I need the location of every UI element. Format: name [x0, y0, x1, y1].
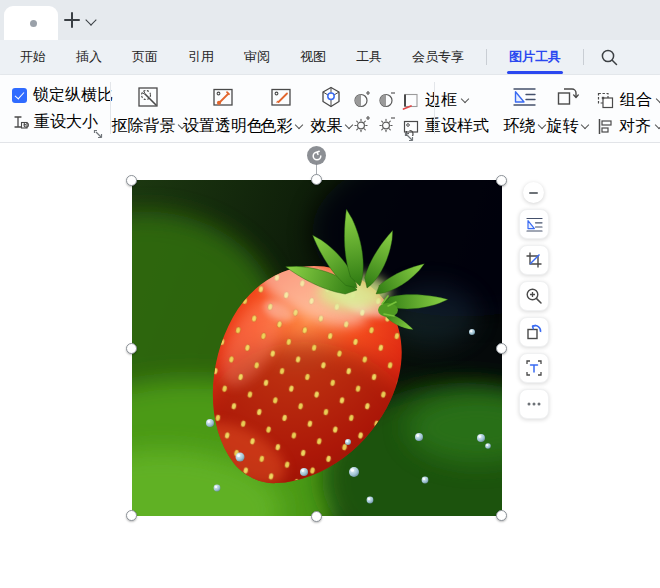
- rotate-label: 旋转: [547, 116, 579, 137]
- menu-item-review[interactable]: 审阅: [244, 48, 270, 66]
- menu-divider: [486, 49, 487, 65]
- set-transparent-color-label: 设置透明色: [183, 116, 263, 137]
- decrease-contrast-button[interactable]: [377, 88, 397, 110]
- menu-item-view[interactable]: 视图: [300, 48, 326, 66]
- group-objects-icon: [596, 91, 615, 110]
- size-dialog-launcher-icon[interactable]: [93, 129, 104, 140]
- unsaved-indicator-dot: [30, 20, 37, 27]
- align-button[interactable]: 对齐: [596, 116, 660, 137]
- transparent-color-icon: [211, 85, 235, 109]
- more-dots-icon: [525, 395, 543, 413]
- chevron-down-icon: [580, 121, 588, 129]
- menu-divider: [583, 49, 584, 65]
- tab-list-chevron-icon[interactable]: [85, 14, 96, 25]
- selection-handle-bottom-right[interactable]: [496, 510, 507, 521]
- window-tab-bar: [0, 0, 660, 40]
- document-tab[interactable]: [4, 6, 58, 40]
- selection-handle-top-center[interactable]: [311, 174, 322, 185]
- group-label: 组合: [620, 90, 652, 111]
- picture-dialog-launcher-icon[interactable]: [404, 132, 415, 143]
- effects-button[interactable]: 效果: [308, 84, 354, 140]
- floating-zoom-button[interactable]: [519, 281, 549, 311]
- color-button[interactable]: 色彩: [254, 84, 308, 140]
- floating-extract-text-button[interactable]: [519, 353, 549, 383]
- ribbon-menu-bar: 开始 插入 页面 引用 审阅 视图 工具 会员专享 图片工具: [0, 40, 660, 75]
- increase-contrast-icon: [352, 89, 372, 109]
- rotation-handle[interactable]: [307, 146, 326, 165]
- search-icon: [600, 48, 619, 67]
- color-label: 色彩: [261, 116, 293, 137]
- floating-more-button[interactable]: [519, 389, 549, 419]
- floating-crop-button[interactable]: [519, 245, 549, 275]
- border-icon: [402, 92, 420, 110]
- align-objects-icon: [596, 117, 614, 136]
- remove-background-icon: [136, 85, 160, 109]
- reset-style-button[interactable]: 重设样式: [402, 116, 489, 137]
- rotate-arrow-icon: [311, 150, 323, 162]
- color-icon: [269, 85, 293, 109]
- decrease-brightness-button[interactable]: [377, 113, 397, 135]
- rotate-icon: [555, 85, 580, 108]
- reset-size-icon: [12, 114, 29, 131]
- menu-item-tools[interactable]: 工具: [356, 48, 382, 66]
- menu-item-picture-tools-active[interactable]: 图片工具: [509, 48, 561, 66]
- document-canvas[interactable]: [0, 143, 660, 588]
- checkbox-checked-icon: [12, 88, 27, 103]
- search-button[interactable]: [600, 48, 619, 67]
- selection-handle-middle-left[interactable]: [126, 343, 137, 354]
- border-label: 边框: [425, 90, 457, 111]
- lock-aspect-ratio-checkbox[interactable]: 锁定纵横比: [12, 85, 113, 106]
- text-wrap-icon: [525, 216, 544, 233]
- menu-item-page[interactable]: 页面: [132, 48, 158, 66]
- selection-handle-top-left[interactable]: [126, 175, 137, 186]
- selection-handle-bottom-left[interactable]: [126, 510, 137, 521]
- menu-item-start[interactable]: 开始: [20, 48, 46, 66]
- toolbar-group-divider: [434, 82, 435, 134]
- chevron-down-icon: [655, 121, 660, 129]
- selection-handle-top-right[interactable]: [496, 175, 507, 186]
- menu-item-member[interactable]: 会员专享: [412, 48, 464, 66]
- wrap-label: 环绕: [504, 116, 536, 137]
- set-transparent-color-button[interactable]: 设置透明色: [188, 84, 258, 140]
- crop-icon: [525, 251, 543, 269]
- reset-size-button[interactable]: 重设大小: [12, 112, 98, 133]
- decrease-brightness-icon: [377, 114, 397, 134]
- menu-item-insert[interactable]: 插入: [76, 48, 102, 66]
- effects-label: 效果: [311, 116, 343, 137]
- decrease-contrast-icon: [377, 89, 397, 109]
- rotate-button[interactable]: 旋转: [544, 84, 590, 140]
- increase-brightness-button[interactable]: [352, 113, 372, 135]
- wrap-button[interactable]: 环绕: [498, 84, 550, 140]
- align-label: 对齐: [619, 116, 651, 137]
- chevron-down-icon: [461, 95, 469, 103]
- floating-rotate-button[interactable]: [519, 317, 549, 347]
- zoom-in-icon: [525, 287, 543, 305]
- chevron-down-icon: [294, 121, 302, 129]
- increase-contrast-button[interactable]: [352, 88, 372, 110]
- selection-handle-bottom-center[interactable]: [311, 511, 322, 522]
- strawberry-image[interactable]: [132, 180, 502, 516]
- border-button[interactable]: 边框: [402, 90, 468, 111]
- extract-text-icon: [525, 359, 543, 377]
- floating-toolbar-collapse-button[interactable]: [523, 182, 544, 203]
- menu-item-reference[interactable]: 引用: [188, 48, 214, 66]
- remove-background-label: 抠除背景: [112, 116, 176, 137]
- selection-handle-middle-right[interactable]: [496, 343, 507, 354]
- remove-background-button[interactable]: 抠除背景: [116, 84, 180, 140]
- rotate-icon: [525, 323, 544, 341]
- increase-brightness-icon: [352, 114, 372, 134]
- text-wrap-icon: [511, 85, 538, 108]
- group-button[interactable]: 组合: [596, 90, 660, 111]
- chevron-down-icon: [656, 95, 660, 103]
- strawberry-photo-render: [132, 180, 502, 516]
- new-tab-button[interactable]: [61, 9, 83, 31]
- lock-aspect-label: 锁定纵横比: [33, 85, 113, 106]
- floating-wrap-text-button[interactable]: [519, 209, 549, 239]
- effects-icon: [319, 85, 343, 109]
- reset-size-label: 重设大小: [34, 112, 98, 133]
